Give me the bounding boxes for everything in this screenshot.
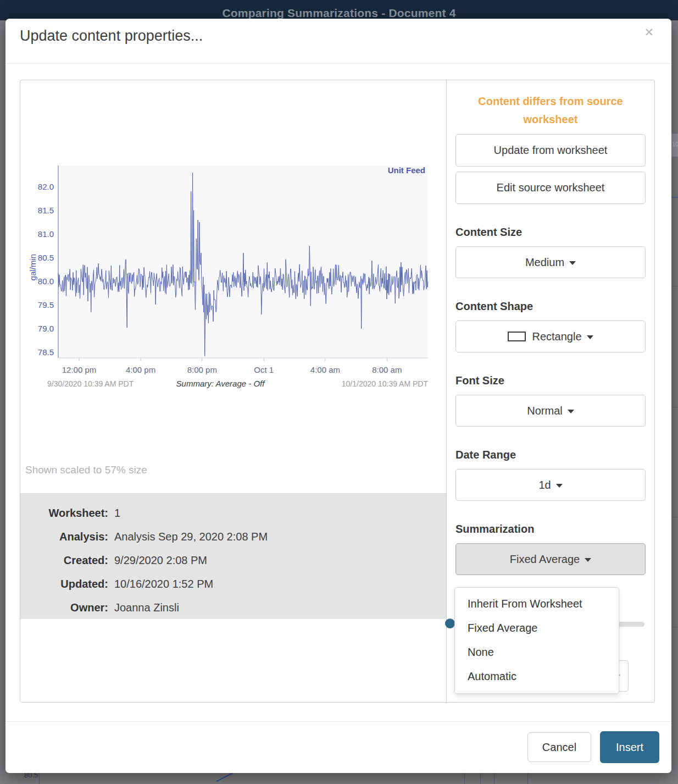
x-tick-label: 4:00 pm bbox=[126, 365, 155, 374]
menu-item-automatic[interactable]: Automatic bbox=[455, 664, 619, 688]
x-tick-label: 8:00 pm bbox=[187, 365, 217, 374]
header-divider bbox=[5, 63, 671, 64]
rectangle-icon bbox=[508, 332, 526, 341]
summary-status-label: Summary: Average - Off bbox=[176, 379, 266, 388]
menu-item-inherit-from-worksheet[interactable]: Inherit From Worksheet bbox=[455, 592, 619, 616]
metadata-label: Worksheet: bbox=[20, 507, 108, 520]
y-tick-label: 82.0 bbox=[38, 182, 54, 191]
date-range-dropdown[interactable]: 1d bbox=[455, 469, 646, 501]
metadata-row-owner: Owner: Joanna Zinsli bbox=[20, 596, 446, 620]
summarization-menu: Inherit From Worksheet Fixed Average Non… bbox=[454, 587, 619, 694]
y-tick-label: 79.0 bbox=[38, 324, 54, 333]
legend-label: Unit Feed bbox=[388, 165, 425, 175]
content-shape-dropdown[interactable]: Rectangle bbox=[455, 321, 646, 352]
y-tick-label: 78.5 bbox=[38, 347, 54, 357]
document-title: Comparing Summarizations - Document 4 bbox=[0, 7, 678, 20]
metadata-row-analysis: Analysis: Analysis Sep 29, 2020 2:08 PM bbox=[20, 525, 446, 549]
metadata-row-created: Created: 9/29/2020 2:08 PM bbox=[20, 549, 446, 572]
chevron-down-icon bbox=[569, 261, 576, 265]
content-size-dropdown[interactable]: Medium bbox=[455, 246, 646, 278]
cancel-button[interactable]: Cancel bbox=[527, 732, 591, 762]
range-end-label: 10/1/2020 10:39 AM PDT bbox=[342, 379, 429, 388]
dialog-footer: Cancel Insert bbox=[5, 731, 671, 764]
metadata-value: 1 bbox=[114, 507, 120, 520]
x-tick-label: 4:00 am bbox=[310, 365, 340, 374]
summarization-dropdown[interactable]: Fixed Average bbox=[455, 543, 646, 575]
update-from-worksheet-button[interactable]: Update from worksheet bbox=[455, 134, 646, 167]
y-tick-label: 81.0 bbox=[38, 229, 54, 239]
summarization-heading: Summarization bbox=[455, 523, 646, 535]
content-differs-warning: Content differs from source worksheet bbox=[468, 92, 633, 129]
range-start-label: 9/30/2020 10:39 AM PDT bbox=[47, 379, 134, 388]
y-tick-label: 81.5 bbox=[38, 206, 54, 215]
dialog-body: 78.579.079.580.080.581.081.582.012:00 pm… bbox=[20, 80, 655, 703]
date-range-value: 1d bbox=[538, 479, 551, 492]
menu-item-fixed-average[interactable]: Fixed Average bbox=[455, 616, 619, 640]
background-gridline bbox=[671, 286, 678, 286]
background-gridline bbox=[671, 517, 678, 517]
metadata-panel: Worksheet: 1 Analysis: Analysis Sep 29, … bbox=[20, 494, 446, 619]
footer-divider bbox=[5, 721, 671, 722]
summarization-value: Fixed Average bbox=[510, 553, 580, 566]
y-axis-title: gal/min bbox=[28, 254, 37, 280]
metadata-label: Created: bbox=[20, 554, 108, 567]
y-tick-label: 79.5 bbox=[38, 300, 54, 310]
background-gridline bbox=[464, 773, 465, 784]
content-size-heading: Content Size bbox=[455, 226, 646, 239]
background-gridline bbox=[39, 773, 40, 784]
metadata-label: Updated: bbox=[20, 578, 108, 590]
summary-slider-thumb[interactable] bbox=[445, 619, 455, 628]
metadata-label: Analysis: bbox=[20, 531, 108, 543]
metadata-label: Owner: bbox=[20, 601, 108, 614]
content-shape-heading: Content Shape bbox=[455, 300, 646, 313]
metadata-value: Joanna Zinsli bbox=[114, 601, 179, 614]
edit-source-worksheet-button[interactable]: Edit source worksheet bbox=[455, 172, 646, 204]
metadata-value: 9/29/2020 2:08 PM bbox=[114, 554, 207, 567]
background-gridline bbox=[671, 627, 678, 627]
content-size-value: Medium bbox=[525, 256, 564, 269]
menu-item-none[interactable]: None bbox=[455, 640, 619, 664]
background-gridline bbox=[527, 773, 528, 784]
close-icon[interactable]: ✕ bbox=[644, 26, 654, 38]
y-tick-label: 80.5 bbox=[38, 253, 54, 262]
background-gridline bbox=[494, 773, 494, 784]
metadata-value: 10/16/2020 1:52 PM bbox=[114, 578, 213, 590]
chevron-down-icon bbox=[587, 335, 593, 339]
x-tick-label: 8:00 am bbox=[372, 365, 402, 374]
chevron-down-icon bbox=[556, 484, 563, 488]
update-content-properties-dialog: Update content properties... ✕ 78.579.07… bbox=[5, 19, 671, 773]
dialog-title: Update content properties... bbox=[20, 27, 203, 45]
chevron-down-icon bbox=[585, 558, 591, 562]
scale-note: Shown scaled to 57% size bbox=[25, 464, 147, 476]
font-size-dropdown[interactable]: Normal bbox=[455, 395, 646, 427]
insert-button[interactable]: Insert bbox=[600, 731, 659, 763]
font-size-heading: Font Size bbox=[455, 374, 646, 387]
content-options-pane: Content differs from source worksheet Up… bbox=[447, 80, 654, 702]
background-gridline bbox=[671, 407, 678, 407]
date-range-heading: Date Range bbox=[455, 449, 646, 461]
x-tick-label: 12:00 pm bbox=[62, 365, 97, 374]
metadata-value: Analysis Sep 29, 2020 2:08 PM bbox=[114, 531, 268, 543]
y-tick-label: 80.0 bbox=[38, 277, 54, 286]
metadata-row-worksheet: Worksheet: 1 bbox=[20, 501, 446, 525]
background-gridline bbox=[480, 773, 481, 784]
content-preview-chart: 78.579.079.580.080.581.081.582.012:00 pm… bbox=[28, 160, 437, 394]
x-tick-label: Oct 1 bbox=[254, 365, 274, 374]
metadata-row-updated: Updated: 10/16/2020 1:52 PM bbox=[20, 572, 446, 596]
trend-chart: 78.579.079.580.080.581.081.582.012:00 pm… bbox=[28, 160, 437, 394]
content-preview-pane: 78.579.079.580.080.581.081.582.012:00 pm… bbox=[20, 80, 447, 702]
font-size-value: Normal bbox=[527, 405, 562, 417]
background-axis-value-right: 10 bbox=[672, 141, 678, 147]
background-trend-line bbox=[671, 197, 678, 198]
chevron-down-icon bbox=[568, 410, 574, 413]
content-shape-value: Rectangle bbox=[532, 330, 581, 343]
